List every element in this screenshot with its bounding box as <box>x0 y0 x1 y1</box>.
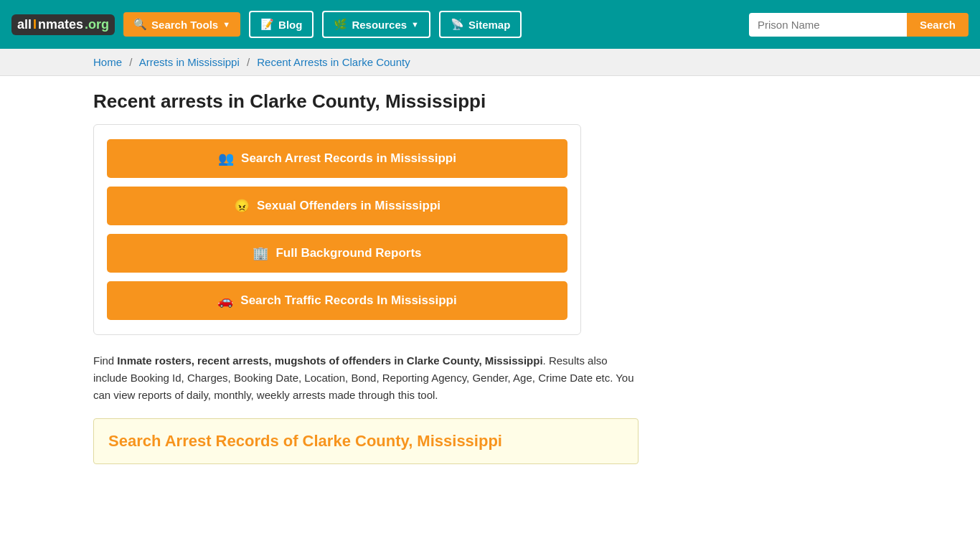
sitemap-button[interactable]: Sitemap <box>439 11 522 38</box>
logo-org-text: .org <box>85 17 109 32</box>
logo[interactable]: all I nmates .org <box>11 14 115 35</box>
search-nav-icon <box>133 18 147 31</box>
sexual-offenders-button[interactable]: Sexual Offenders in Mississippi <box>107 187 567 225</box>
background-reports-button[interactable]: Full Background Reports <box>107 234 567 273</box>
main-content: Recent arrests in Clarke County, Mississ… <box>0 90 980 464</box>
breadcrumb-sep-2: / <box>247 56 250 68</box>
blog-button[interactable]: Blog <box>249 11 314 38</box>
sexual-offenders-label: Sexual Offenders in Mississippi <box>257 199 440 213</box>
action-buttons-card: Search Arrest Records in Mississippi Sex… <box>93 124 581 335</box>
breadcrumb-wrap: Home / Arrests in Mississippi / Recent A… <box>0 49 980 76</box>
blog-icon <box>260 18 274 31</box>
logo-all-text: all <box>17 17 32 32</box>
people-icon <box>218 151 234 166</box>
breadcrumb-arrests-mississippi[interactable]: Arrests in Mississippi <box>139 56 240 68</box>
prison-name-input[interactable] <box>749 13 907 37</box>
blog-label: Blog <box>278 19 302 31</box>
car-icon <box>217 293 233 309</box>
building-icon <box>253 245 268 261</box>
description-bold: Inmate rosters, recent arrests, mugshots… <box>117 354 542 367</box>
search-records-title: Search Arrest Records of Clarke County, … <box>108 432 623 451</box>
breadcrumb-sep-1: / <box>129 56 132 68</box>
search-records-box: Search Arrest Records of Clarke County, … <box>93 418 639 464</box>
header-search-button[interactable]: Search <box>907 13 969 37</box>
description-intro: Find <box>93 354 117 367</box>
breadcrumb-home[interactable]: Home <box>93 56 122 68</box>
sitemap-icon <box>451 18 464 31</box>
breadcrumb-recent-arrests[interactable]: Recent Arrests in Clarke County <box>257 56 410 68</box>
logo-nmates-text: nmates <box>38 17 83 32</box>
arrest-records-label: Search Arrest Records in Mississippi <box>241 151 456 166</box>
header: all I nmates .org Search Tools ▼ Blog Re… <box>0 0 980 49</box>
chevron-down-icon-2: ▼ <box>411 20 419 29</box>
traffic-records-label: Search Traffic Records In Mississippi <box>240 293 456 308</box>
description-text: Find Inmate rosters, recent arrests, mug… <box>93 352 639 404</box>
search-tools-label: Search Tools <box>151 19 218 31</box>
resources-button[interactable]: Resources ▼ <box>322 11 430 38</box>
header-search-group: Search <box>749 13 969 37</box>
resources-icon <box>334 18 347 31</box>
chevron-down-icon: ▼ <box>222 20 230 29</box>
resources-label: Resources <box>352 19 407 31</box>
page-title: Recent arrests in Clarke County, Mississ… <box>93 90 887 113</box>
logo-inmates-text: I <box>33 17 37 32</box>
sitemap-label: Sitemap <box>468 19 510 31</box>
background-reports-label: Full Background Reports <box>275 246 421 260</box>
search-tools-button[interactable]: Search Tools ▼ <box>123 12 240 37</box>
angry-icon <box>234 198 250 214</box>
traffic-records-button[interactable]: Search Traffic Records In Mississippi <box>107 281 567 320</box>
arrest-records-button[interactable]: Search Arrest Records in Mississippi <box>107 139 567 178</box>
breadcrumb: Home / Arrests in Mississippi / Recent A… <box>93 56 887 68</box>
